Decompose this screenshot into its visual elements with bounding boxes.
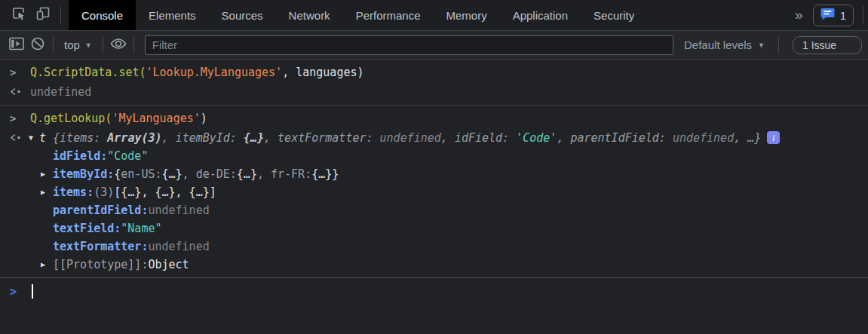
tab-application[interactable]: Application xyxy=(500,0,581,30)
console-token: , idField: xyxy=(441,131,516,145)
inspect-cursor-icon xyxy=(11,5,27,25)
toolbar-divider xyxy=(53,37,54,54)
levels-label: Default levels xyxy=(684,38,752,51)
console-message-group: >Q.ScriptData.set('Lookup.MyLanguages', … xyxy=(0,60,868,105)
console-prompt-row: > xyxy=(0,283,868,300)
property-name: idField: xyxy=(53,147,107,165)
messages-count: 1 xyxy=(840,9,846,22)
clear-console-icon xyxy=(30,36,45,54)
console-token: , languages) xyxy=(282,64,363,81)
object-property-row: ▶items: (3) [{…}, {…}, {…}] xyxy=(0,183,868,201)
object-property-row: parentIdField: undefined xyxy=(0,201,868,219)
object-property-row: textFormatter: undefined xyxy=(0,237,868,256)
tab-console[interactable]: Console xyxy=(69,0,136,30)
console-token: {items: xyxy=(53,131,107,145)
result-return-icon xyxy=(10,83,30,100)
tab-memory[interactable]: Memory xyxy=(434,0,500,30)
console-token: undefined xyxy=(673,131,734,145)
property-name: [[Prototype]]: xyxy=(53,256,148,274)
object-property-row: idField: "Code" xyxy=(0,147,868,165)
tab-elements[interactable]: Elements xyxy=(136,0,209,30)
console-token: 'MyLanguages' xyxy=(112,110,200,127)
console-token: ) xyxy=(201,110,207,127)
prompt-chevron-icon: > xyxy=(10,283,30,300)
object-preview[interactable]: t {items: Array(3), itemById: {…}, textF… xyxy=(39,129,780,147)
clear-console-button[interactable] xyxy=(27,35,48,55)
property-name: itemById: xyxy=(53,165,114,183)
disclosure-triangle-icon[interactable]: ▶ xyxy=(41,256,53,274)
inspect-element-button[interactable] xyxy=(8,5,30,26)
console-token: Q.ScriptData.set( xyxy=(30,64,146,81)
console-token: {…} xyxy=(244,131,264,145)
console-token: , …} xyxy=(734,131,761,145)
disclosure-triangle-icon[interactable]: ▶ xyxy=(41,165,53,183)
live-expression-button[interactable] xyxy=(108,35,129,55)
console-token: "Name" xyxy=(121,219,161,237)
tabbar-left-controls xyxy=(0,0,69,30)
tab-security[interactable]: Security xyxy=(581,0,647,30)
tabbar-divider xyxy=(60,7,61,23)
property-name: parentIdField: xyxy=(53,201,148,219)
console-token: undefined xyxy=(30,85,91,99)
eye-icon xyxy=(110,38,127,53)
console-token: undefined xyxy=(148,237,209,256)
object-preview[interactable]: undefined xyxy=(30,83,91,101)
command-chevron-icon: > xyxy=(10,110,30,127)
console-result-row: undefined xyxy=(0,83,868,101)
console-toolbar: top ▼ Default levels ▼ 1 Issue xyxy=(0,31,868,60)
object-property-row: ▶itemById: {en-US: {…}, de-DE: {…}, fr-F… xyxy=(0,165,868,183)
console-token: Array(3) xyxy=(107,131,161,145)
console-token: , textFormatter: xyxy=(264,131,380,145)
toolbar-divider xyxy=(778,37,779,54)
console-token: { xyxy=(114,165,121,183)
console-token: Q.getLookup( xyxy=(30,110,112,127)
disclosure-triangle-icon[interactable]: ▶ xyxy=(41,183,53,201)
devtools-tabbar: ConsoleElementsSourcesNetworkPerformance… xyxy=(0,0,868,31)
console-sidebar-toggle-button[interactable] xyxy=(6,35,27,55)
device-toolbar-icon xyxy=(35,5,51,25)
console-token: "Code" xyxy=(107,147,148,165)
console-command-row: >Q.ScriptData.set('Lookup.MyLanguages', … xyxy=(0,62,868,83)
command-chevron-icon: > xyxy=(10,64,30,81)
console-token: en-US: xyxy=(121,165,161,183)
console-command-row: >Q.getLookup('MyLanguages') xyxy=(0,108,868,129)
console-message-group: >Q.getLookup('MyLanguages')▼t {items: Ar… xyxy=(0,105,868,277)
property-name: textFormatter: xyxy=(53,237,148,256)
object-property-row: textField: "Name" xyxy=(0,219,868,237)
device-toolbar-button[interactable] xyxy=(32,5,54,26)
console-token: undefined xyxy=(380,131,441,145)
property-name: textField: xyxy=(53,219,121,237)
filter-container xyxy=(145,35,673,55)
disclosure-triangle-icon[interactable]: ▼ xyxy=(29,129,39,147)
console-token: , parentIdField: xyxy=(557,131,673,145)
tabbar-right-controls: » 1 xyxy=(784,0,868,30)
info-badge-icon[interactable]: i xyxy=(767,131,780,144)
tabbar-edge-divider xyxy=(863,6,863,24)
console-prompt-group: > xyxy=(0,277,868,305)
chevron-down-icon: ▼ xyxy=(85,41,92,49)
console-token: {…} xyxy=(237,165,257,183)
console-messages-area[interactable]: >Q.ScriptData.set('Lookup.MyLanguages', … xyxy=(0,60,868,305)
console-messages-button[interactable]: 1 xyxy=(813,5,854,26)
issues-counter-button[interactable]: 1 Issue xyxy=(793,36,862,54)
console-result-row: ▼t {items: Array(3), itemById: {…}, text… xyxy=(0,129,868,147)
chevron-down-icon: ▼ xyxy=(758,41,765,49)
console-token: [{…}, {…}, {…}] xyxy=(114,183,216,201)
tab-network[interactable]: Network xyxy=(276,0,343,30)
console-token: , itemById: xyxy=(162,131,244,145)
log-levels-dropdown[interactable]: Default levels ▼ xyxy=(681,38,774,51)
console-token: 'Lookup.MyLanguages' xyxy=(146,64,283,81)
console-token: undefined xyxy=(148,201,209,219)
panel-tabs: ConsoleElementsSourcesNetworkPerformance… xyxy=(69,0,647,30)
object-property-row: ▶[[Prototype]]: Object xyxy=(0,256,868,274)
tab-performance[interactable]: Performance xyxy=(343,0,434,30)
result-return-icon xyxy=(10,129,30,146)
toolbar-divider xyxy=(103,37,103,54)
filter-input[interactable] xyxy=(145,35,673,55)
console-token: {…} xyxy=(162,165,182,183)
javascript-context-dropdown[interactable]: top ▼ xyxy=(58,38,98,51)
text-cursor[interactable] xyxy=(32,284,33,299)
tab-sources[interactable]: Sources xyxy=(209,0,276,30)
more-tabs-button[interactable]: » xyxy=(784,7,813,23)
console-token: Object xyxy=(148,256,189,274)
